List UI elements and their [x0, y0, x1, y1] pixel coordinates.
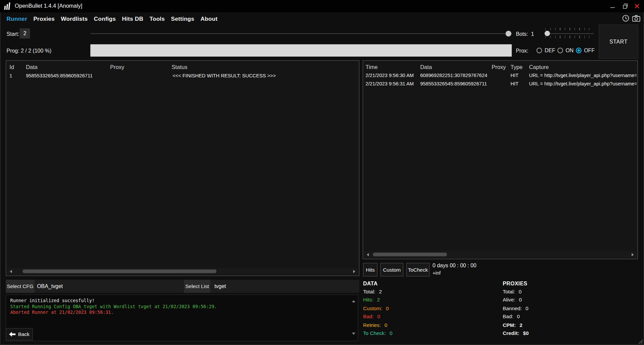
start-button[interactable]: START — [599, 24, 638, 59]
main-slider-thumb[interactable] — [505, 31, 511, 37]
hits-row[interactable]: 2/21/2023 9:56:31 AM 958553326545:859605… — [363, 81, 637, 88]
log-line: Started Running Config OBA_tvget with Wo… — [10, 304, 354, 310]
hits-header-proxy: Proxy — [492, 64, 506, 70]
results-cell-id: 1 — [9, 73, 12, 79]
hit-cell-capture: URL = http://tvget.live/player_api.php?u… — [529, 81, 637, 86]
menu-icons — [622, 14, 640, 24]
bots-slider-ticks-top — [545, 28, 594, 30]
menu-item-tools[interactable]: Tools — [150, 16, 165, 22]
select-list-button[interactable]: Select List — [184, 280, 210, 293]
stat-data-custom: Custom:0 — [363, 305, 389, 311]
scroll-right-icon[interactable] — [632, 253, 634, 257]
stat-proxies-alive: Alive:0 — [503, 297, 522, 303]
scroll-right-icon[interactable] — [353, 270, 355, 273]
menu-item-proxies[interactable]: Proxies — [33, 16, 55, 22]
menu-item-hitsdb[interactable]: Hits DB — [122, 16, 144, 22]
radio-on-circle[interactable] — [557, 47, 563, 53]
stat-data-bad: Bad:0 — [363, 314, 380, 320]
log-scroll-up-icon[interactable] — [352, 300, 355, 302]
minimize-button[interactable] — [606, 0, 619, 12]
hits-header-capture: Capture — [529, 64, 549, 70]
results-header-id: Id — [9, 64, 14, 70]
bots-slider-ticks-bottom — [545, 36, 594, 38]
stat-proxies-total: Total:0 — [503, 289, 522, 294]
start-label: Start: — [7, 31, 19, 37]
close-button[interactable] — [631, 0, 643, 12]
prox-radio-on[interactable]: ON — [557, 47, 574, 53]
hits-header-time: Time — [366, 64, 378, 70]
results-cell-data: 958553326545:859605926711 — [26, 73, 93, 79]
scroll-left-icon[interactable] — [367, 253, 369, 257]
tab-custom[interactable]: Custom — [380, 263, 404, 276]
menu-item-runner[interactable]: Runner — [7, 16, 27, 22]
hit-cell-type: HIT — [511, 81, 519, 86]
close-icon — [634, 3, 640, 9]
stat-data-retries: Retries:0 — [363, 322, 387, 328]
hits-header-data: Data — [420, 64, 432, 70]
bots-value: 1 — [531, 31, 534, 37]
results-row[interactable]: 1 958553326545:859605926711 <<< FINISHED… — [6, 73, 359, 81]
stat-credit: Credit:$0 — [503, 331, 529, 336]
stat-proxies-bad: Bad:0 — [503, 314, 520, 320]
hits-panel: Time Data Proxy Type Capture 2/21/2023 9… — [363, 60, 638, 259]
results-panel: Id Data Proxy Status 1 958553326545:8596… — [6, 60, 359, 276]
results-hscroll-thumb[interactable] — [22, 269, 216, 273]
progress-bar — [90, 44, 512, 57]
prox-radio-off[interactable]: OFF — [576, 47, 595, 53]
hits-hscroll-thumb[interactable] — [373, 253, 447, 256]
prox-label: Prox: — [516, 48, 528, 54]
log-scroll-down-icon[interactable] — [352, 333, 355, 335]
select-cfg-button[interactable]: Select CFG — [6, 280, 35, 293]
prox-radio-def[interactable]: DEF — [536, 47, 555, 53]
menu-item-wordlists[interactable]: Wordlists — [61, 16, 88, 22]
stat-data-total: Total:2 — [363, 289, 382, 294]
menu-item-configs[interactable]: Configs — [94, 16, 116, 22]
title-bar: OpenBullet 1.4.4 [Anomaly] — [0, 0, 644, 12]
progress-label: Prog: 2 / 2 (100 %) — [7, 48, 52, 54]
back-arrow-icon — [9, 332, 16, 337]
stat-data-hits: Hits:2 — [363, 297, 380, 303]
window-controls — [606, 0, 643, 12]
tab-hits[interactable]: Hits — [363, 263, 377, 276]
minimize-icon — [610, 7, 614, 7]
log-line: Runner initialized succesfully! — [10, 298, 354, 304]
hits-row[interactable]: 2/21/2023 9:56:30 AM 608969282251:307829… — [363, 73, 637, 80]
radio-off-label: OFF — [584, 47, 595, 53]
scroll-left-icon[interactable] — [10, 270, 12, 273]
bots-slider[interactable] — [544, 33, 594, 34]
log-line: Aborted Runner at 21/02/2023 09:56:31. — [10, 310, 354, 316]
main-slider[interactable] — [90, 33, 512, 34]
results-header-status: Status — [172, 64, 187, 70]
radio-off-circle[interactable] — [576, 47, 582, 53]
back-button[interactable]: Back — [6, 328, 33, 341]
history-clock-icon[interactable] — [622, 14, 630, 24]
start-input[interactable] — [20, 28, 30, 39]
elapsed-timer: 0 days 00 : 00 : 00 — [432, 263, 476, 269]
window-title: OpenBullet 1.4.4 [Anomaly] — [15, 0, 82, 12]
data-stats-title: DATA — [363, 281, 377, 287]
progress-fill — [90, 44, 512, 57]
runner-log[interactable]: Runner initialized succesfully! Started … — [6, 294, 358, 341]
menu-item-settings[interactable]: Settings — [171, 16, 195, 22]
tab-tocheck[interactable]: ToCheck — [406, 263, 430, 276]
radio-def-circle[interactable] — [536, 47, 542, 53]
hit-cell-data: 958553326545:859605926711 — [420, 81, 487, 86]
camera-icon[interactable] — [632, 15, 640, 23]
menu-bar: Runner Proxies Wordlists Configs Hits DB… — [0, 12, 644, 25]
hit-cell-data: 608969282251:307829767624 — [420, 73, 487, 78]
resize-grip[interactable] — [638, 339, 643, 344]
stat-proxies-banned: Banned:0 — [503, 305, 529, 311]
wordlist-name-field[interactable]: tvget — [214, 280, 226, 293]
openbullet-window: OpenBullet 1.4.4 [Anomaly] Runner Proxie… — [0, 0, 644, 345]
config-name-field[interactable]: OBA_tvget — [37, 280, 63, 293]
hits-hscrollbar — [364, 251, 637, 258]
menu-item-about[interactable]: About — [201, 16, 218, 22]
hit-cell-type: HIT — [511, 73, 519, 78]
config-bar: Select CFG OBA_tvget Select List tvget — [6, 280, 359, 293]
results-hscrollbar — [7, 268, 358, 275]
bots-slider-thumb[interactable] — [545, 31, 550, 36]
results-header-data: Data — [26, 64, 38, 70]
maximize-button[interactable] — [619, 0, 631, 12]
hits-header-type: Type — [511, 64, 523, 70]
restore-icon — [623, 5, 627, 9]
